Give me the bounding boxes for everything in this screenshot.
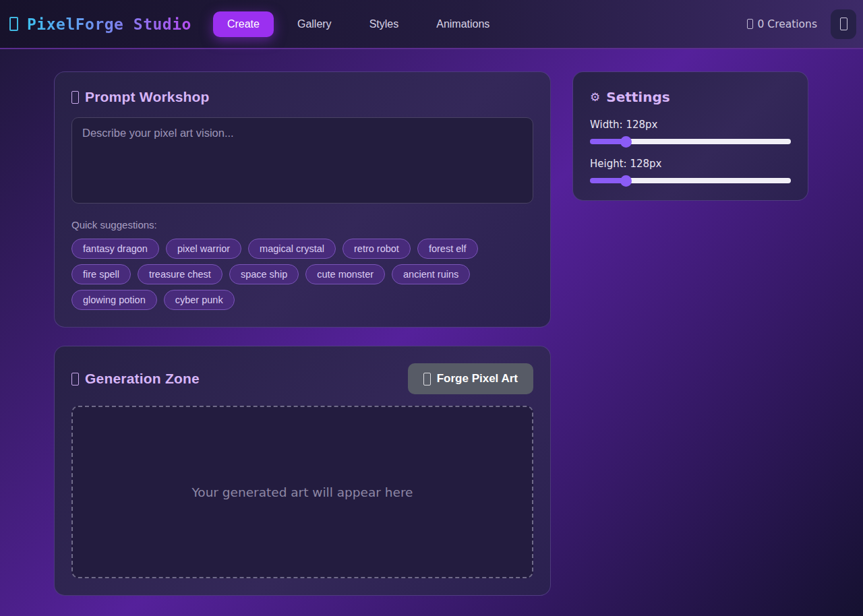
settings-title: ⚙ Settings: [590, 89, 791, 105]
frame-icon: [747, 19, 753, 29]
suggestion-pill[interactable]: glowing potion: [71, 290, 157, 310]
suggestion-pill[interactable]: cyber punk: [164, 290, 235, 310]
forge-button-label: Forge Pixel Art: [437, 372, 518, 386]
sparkles-icon: [71, 91, 79, 104]
navbar: PixelForge Studio Create Gallery Styles …: [0, 0, 863, 49]
width-slider-label: Width: 128px: [590, 119, 791, 131]
gear-icon: ⚙: [590, 90, 600, 104]
creations-counter: 0 Creations: [747, 18, 817, 30]
suggestion-pill[interactable]: magical crystal: [248, 239, 336, 259]
suggestion-pill[interactable]: cute monster: [305, 264, 385, 284]
creations-count-label: 0 Creations: [758, 18, 817, 30]
gamepad-icon: [9, 17, 18, 31]
generated-art-area: Your generated art will appear here: [71, 406, 533, 578]
generation-zone-card: Generation Zone Forge Pixel Art Your gen…: [54, 346, 551, 596]
prompt-input[interactable]: [71, 117, 533, 204]
main-content: Prompt Workshop Quick suggestions: fanta…: [0, 49, 863, 596]
suggestion-pill[interactable]: space ship: [229, 264, 299, 284]
width-slider[interactable]: [590, 139, 791, 144]
lightning-icon: [423, 373, 431, 386]
height-slider[interactable]: [590, 178, 791, 183]
main-nav: Create Gallery Styles Animations: [213, 11, 504, 37]
settings-title-text: Settings: [606, 89, 669, 105]
suggestion-pill[interactable]: retro robot: [343, 239, 411, 259]
theme-toggle-button[interactable]: [831, 9, 856, 39]
prompt-workshop-title-text: Prompt Workshop: [85, 89, 210, 105]
app-logo: PixelForge Studio: [9, 16, 191, 33]
suggestion-pill[interactable]: forest elf: [417, 239, 478, 259]
app-title: PixelForge Studio: [27, 16, 191, 33]
suggestion-pills: fantasy dragon pixel warrior magical cry…: [71, 239, 533, 310]
generation-zone-header: Generation Zone Forge Pixel Art: [71, 363, 533, 394]
suggestion-pill[interactable]: fantasy dragon: [71, 239, 159, 259]
suggestion-pill[interactable]: fire spell: [71, 264, 131, 284]
suggestion-pill[interactable]: ancient ruins: [392, 264, 470, 284]
suggestion-pill[interactable]: pixel warrior: [166, 239, 241, 259]
prompt-workshop-title: Prompt Workshop: [71, 89, 533, 105]
generation-zone-title-text: Generation Zone: [85, 371, 200, 387]
generated-art-placeholder-text: Your generated art will appear here: [191, 485, 413, 499]
nav-item-create[interactable]: Create: [213, 11, 274, 37]
suggestion-pill[interactable]: treasure chest: [138, 264, 222, 284]
prompt-workshop-card: Prompt Workshop Quick suggestions: fanta…: [54, 71, 551, 328]
nav-item-gallery[interactable]: Gallery: [283, 11, 346, 37]
palette-icon: [71, 373, 79, 386]
generation-zone-title: Generation Zone: [71, 371, 200, 387]
forge-pixel-art-button[interactable]: Forge Pixel Art: [408, 363, 533, 394]
nav-item-styles[interactable]: Styles: [355, 11, 413, 37]
quick-suggestions-label: Quick suggestions:: [71, 219, 533, 230]
nav-item-animations[interactable]: Animations: [422, 11, 504, 37]
settings-card: ⚙ Settings Width: 128px Height: 128px: [572, 71, 808, 201]
height-slider-label: Height: 128px: [590, 158, 791, 170]
moon-icon: [840, 18, 847, 30]
